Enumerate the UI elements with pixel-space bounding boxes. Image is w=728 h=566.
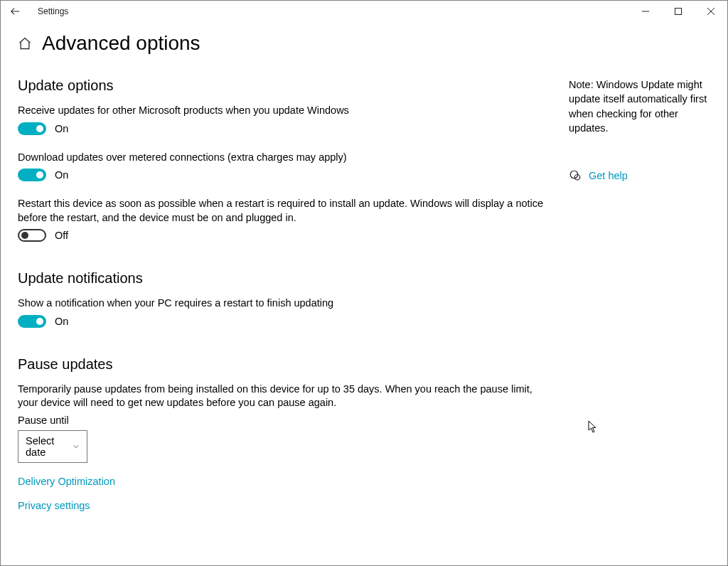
minimize-icon: [642, 8, 649, 15]
svg-rect-0: [675, 9, 682, 15]
minimize-button[interactable]: [629, 1, 662, 22]
arrow-left-icon: [10, 6, 20, 16]
link-get-help[interactable]: Get help: [589, 170, 628, 181]
toggle-row-restart-device: Off: [18, 229, 555, 242]
home-icon[interactable]: [18, 36, 32, 50]
toggle-metered-connections[interactable]: [18, 169, 46, 181]
side-note: Note: Windows Update might update itself…: [569, 78, 710, 135]
toggle-state-label: On: [55, 123, 68, 134]
toggle-show-notification[interactable]: [18, 315, 46, 328]
help-row: Get help: [569, 169, 710, 182]
section-title-update-notifications: Update notifications: [18, 270, 555, 287]
pause-updates-desc: Temporarily pause updates from being ins…: [18, 383, 555, 410]
pause-until-label: Pause until: [18, 415, 555, 426]
section-title-update-options: Update options: [18, 78, 555, 94]
maximize-button[interactable]: [662, 1, 695, 22]
link-delivery-optimization[interactable]: Delivery Optimization: [18, 476, 555, 487]
page-title: Advanced options: [42, 32, 200, 55]
close-button[interactable]: [695, 1, 727, 22]
setting-desc: Download updates over metered connection…: [18, 151, 555, 165]
main-column: Update options Receive updates for other…: [18, 78, 555, 511]
help-icon: [569, 169, 582, 182]
chevron-down-icon: [73, 442, 80, 451]
maximize-icon: [675, 8, 682, 15]
setting-desc: Receive updates for other Microsoft prod…: [18, 104, 555, 118]
select-value: Select date: [26, 435, 67, 458]
titlebar-left: Settings: [1, 1, 68, 22]
svg-point-2: [574, 175, 580, 181]
page-body: Update options Receive updates for other…: [1, 55, 727, 511]
titlebar: Settings: [1, 1, 727, 22]
toggle-row-metered: On: [18, 169, 555, 181]
toggle-state-label: Off: [55, 230, 68, 241]
setting-desc: Restart this device as soon as possible …: [18, 197, 555, 225]
toggle-state-label: On: [55, 169, 68, 181]
settings-window: Settings Advanced options Update options…: [0, 0, 728, 566]
toggle-row-receive-updates: On: [18, 122, 555, 135]
toggle-row-show-notification: On: [18, 315, 555, 328]
toggle-restart-device[interactable]: [18, 229, 46, 242]
toggle-state-label: On: [55, 316, 68, 327]
back-button[interactable]: [1, 1, 29, 22]
window-controls: [629, 1, 727, 22]
toggle-receive-updates[interactable]: [18, 122, 46, 135]
link-privacy-settings[interactable]: Privacy settings: [18, 500, 555, 511]
page-header: Advanced options: [1, 22, 727, 55]
pause-until-select[interactable]: Select date: [18, 430, 87, 463]
section-title-pause-updates: Pause updates: [18, 356, 555, 373]
side-column: Note: Windows Update might update itself…: [555, 78, 710, 511]
close-icon: [707, 8, 714, 15]
setting-desc: Show a notification when your PC require…: [18, 297, 555, 311]
app-title: Settings: [38, 6, 68, 16]
